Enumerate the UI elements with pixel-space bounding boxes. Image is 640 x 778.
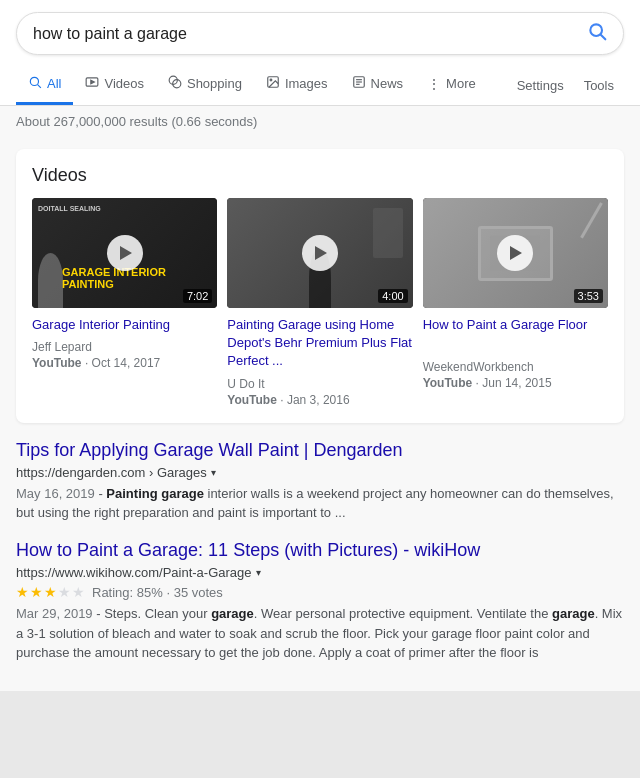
- play-button-3[interactable]: [497, 235, 533, 271]
- search-button[interactable]: [587, 21, 607, 46]
- video-date-sep-2: ·: [280, 393, 287, 407]
- video-author-3: WeekendWorkbench: [423, 360, 608, 374]
- video-duration-3: 3:53: [574, 289, 603, 303]
- video-source-3: YouTube: [423, 376, 473, 390]
- videos-section: Videos DOITALL SEALING GARAGE INTERIOR P…: [16, 149, 624, 423]
- tab-news[interactable]: News: [340, 65, 416, 105]
- videos-section-title: Videos: [32, 165, 608, 186]
- star-rating: ★★★★★: [16, 584, 86, 600]
- tab-images[interactable]: Images: [254, 65, 340, 105]
- video-author-2: U Do It: [227, 377, 412, 391]
- video-thumb-1: DOITALL SEALING GARAGE INTERIOR PAINTING…: [32, 198, 217, 308]
- search-input[interactable]: [33, 25, 587, 43]
- tab-news-label: News: [371, 76, 404, 91]
- star-empty: ★★: [58, 584, 86, 600]
- result-item-2: How to Paint a Garage: 11 Steps (with Pi…: [16, 539, 624, 663]
- tab-videos[interactable]: Videos: [73, 65, 156, 105]
- result-dropdown-icon-1[interactable]: ▾: [211, 467, 216, 478]
- svg-point-2: [30, 77, 38, 85]
- snippet-bold-2a: garage: [211, 606, 254, 621]
- main-content: Videos DOITALL SEALING GARAGE INTERIOR P…: [0, 137, 640, 691]
- results-count: About 267,000,000 results (0.66 seconds): [0, 106, 640, 137]
- video-meta-1: YouTube · Oct 14, 2017: [32, 356, 217, 370]
- video-date-3: Jun 14, 2015: [482, 376, 551, 390]
- thumb1-brand: DOITALL SEALING: [38, 204, 101, 213]
- result-url-row-2: https://www.wikihow.com/Paint-a-Garage ▾: [16, 565, 624, 580]
- video-thumb-3: 3:53: [423, 198, 608, 308]
- video-date-sep-1: ·: [85, 356, 92, 370]
- video-duration-1: 7:02: [183, 289, 212, 303]
- video-date-1: Oct 14, 2017: [92, 356, 161, 370]
- svg-marker-5: [91, 80, 95, 84]
- svg-point-9: [270, 79, 272, 81]
- snippet-text-2a: Steps. Clean your: [104, 606, 211, 621]
- roller-handle: [580, 202, 603, 238]
- play-icon-1: [120, 246, 132, 260]
- news-icon: [352, 75, 366, 92]
- video-duration-2: 4:00: [378, 289, 407, 303]
- video-meta-3: YouTube · Jun 14, 2015: [423, 376, 608, 390]
- rating-label: Rating: 85% · 35 votes: [92, 585, 223, 600]
- video-title-1[interactable]: Garage Interior Painting: [32, 316, 217, 334]
- tools-button[interactable]: Tools: [574, 68, 624, 103]
- video-thumb-2: 4:00: [227, 198, 412, 308]
- result-snippet-1: May 16, 2019 - Painting garage interior …: [16, 484, 624, 523]
- tab-all[interactable]: All: [16, 65, 73, 105]
- video-card-1[interactable]: DOITALL SEALING GARAGE INTERIOR PAINTING…: [32, 198, 217, 407]
- result-title-1[interactable]: Tips for Applying Garage Wall Paint | De…: [16, 439, 624, 462]
- tab-images-label: Images: [285, 76, 328, 91]
- video-date-2: Jan 3, 2016: [287, 393, 350, 407]
- result-title-2[interactable]: How to Paint a Garage: 11 Steps (with Pi…: [16, 539, 624, 562]
- search-bar: [16, 12, 624, 55]
- video-card-3[interactable]: 3:53 How to Paint a Garage Floor Weekend…: [423, 198, 608, 407]
- equipment-shape: [373, 208, 403, 258]
- header: All Videos Shopping: [0, 0, 640, 106]
- person-silhouette: [38, 253, 63, 308]
- images-icon: [266, 75, 280, 92]
- shopping-icon: [168, 75, 182, 92]
- more-icon: ⋮: [427, 76, 441, 92]
- result-date-2: Mar 29, 2019: [16, 606, 93, 621]
- result-url-row-1: https://dengarden.com › Garages ▾: [16, 465, 624, 480]
- rating-row: ★★★★★ Rating: 85% · 35 votes: [16, 584, 624, 600]
- svg-line-1: [601, 35, 606, 40]
- snippet-bold-2b: garage: [552, 606, 595, 621]
- videos-grid: DOITALL SEALING GARAGE INTERIOR PAINTING…: [32, 198, 608, 407]
- video-title-3[interactable]: How to Paint a Garage Floor: [423, 316, 608, 334]
- all-icon: [28, 75, 42, 92]
- video-title-2[interactable]: Painting Garage using Home Depot's Behr …: [227, 316, 412, 371]
- videos-icon: [85, 75, 99, 92]
- video-spacer-3: [423, 340, 608, 360]
- settings-button[interactable]: Settings: [507, 68, 574, 103]
- play-button-2[interactable]: [302, 235, 338, 271]
- video-card-2[interactable]: 4:00 Painting Garage using Home Depot's …: [227, 198, 412, 407]
- tab-videos-label: Videos: [104, 76, 144, 91]
- video-author-1: Jeff Lepard: [32, 340, 217, 354]
- play-icon-3: [510, 246, 522, 260]
- video-meta-2: YouTube · Jan 3, 2016: [227, 393, 412, 407]
- result-url-1: https://dengarden.com › Garages: [16, 465, 207, 480]
- play-icon-2: [315, 246, 327, 260]
- tab-all-label: All: [47, 76, 61, 91]
- tab-shopping-label: Shopping: [187, 76, 242, 91]
- video-source-1: YouTube: [32, 356, 82, 370]
- thumb1-title: GARAGE INTERIOR PAINTING: [62, 266, 213, 290]
- snippet-bold-1a: Painting garage: [106, 486, 204, 501]
- play-button-1[interactable]: [107, 235, 143, 271]
- tab-shopping[interactable]: Shopping: [156, 65, 254, 105]
- tab-more-label: More: [446, 76, 476, 91]
- nav-tabs: All Videos Shopping: [16, 65, 624, 105]
- result-item-1: Tips for Applying Garage Wall Paint | De…: [16, 439, 624, 523]
- result-url-2: https://www.wikihow.com/Paint-a-Garage: [16, 565, 252, 580]
- result-date-1: May 16, 2019: [16, 486, 95, 501]
- result-dropdown-icon-2[interactable]: ▾: [256, 567, 261, 578]
- result-snippet-2: Mar 29, 2019 - Steps. Clean your garage.…: [16, 604, 624, 663]
- video-source-2: YouTube: [227, 393, 277, 407]
- svg-line-3: [38, 85, 41, 88]
- snippet-text-2b: . Wear personal protective equipment. Ve…: [254, 606, 552, 621]
- tab-more[interactable]: ⋮ More: [415, 66, 488, 105]
